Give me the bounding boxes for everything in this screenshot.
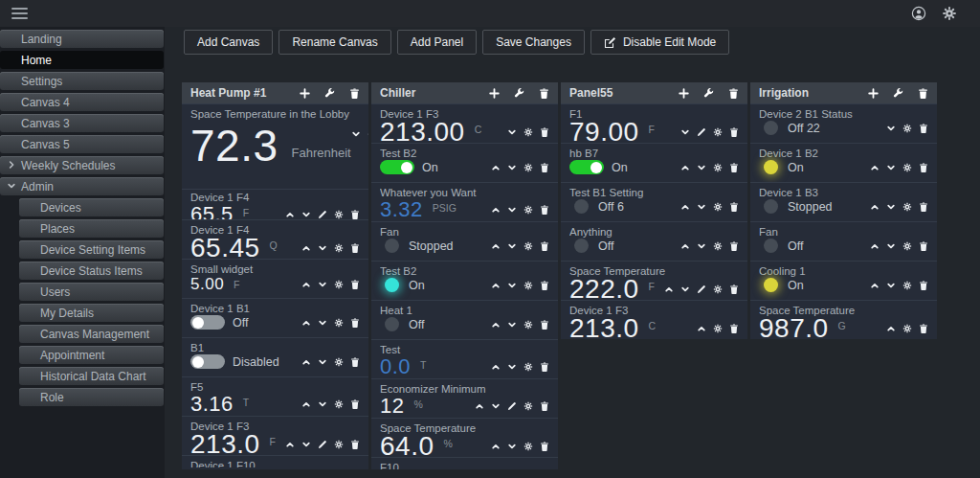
trash-icon[interactable] [350,318,360,328]
trash-icon[interactable] [540,442,549,451]
gear-icon[interactable] [713,127,723,137]
plus-icon[interactable] [679,88,689,99]
menu-icon[interactable] [11,8,28,19]
gear-icon[interactable] [334,280,344,289]
chevron-down-icon[interactable] [507,127,517,137]
gear-icon[interactable] [334,440,344,449]
chevron-up-icon[interactable] [491,241,501,251]
gear-icon[interactable] [523,127,533,137]
trash-icon[interactable] [539,88,549,99]
chevron-up-icon[interactable] [697,324,706,333]
gear-icon[interactable] [523,163,533,172]
chevron-down-icon[interactable] [886,241,896,251]
chevron-up-icon[interactable] [870,163,880,172]
chevron-down-icon[interactable] [318,357,327,367]
chevron-up-icon[interactable] [285,440,295,449]
chevron-down-icon[interactable] [318,243,327,253]
user-icon[interactable] [911,6,926,21]
chevron-up-icon[interactable] [680,163,690,172]
trash-icon[interactable] [729,163,739,172]
chevron-down-icon[interactable] [318,399,327,409]
sidebar-item-canvas-4[interactable]: Canvas 4 [0,93,164,111]
sidebar-item-users[interactable]: Users [19,283,164,301]
pencil-icon[interactable] [318,440,327,449]
chevron-down-icon[interactable] [886,163,896,172]
gear-icon[interactable] [334,357,344,367]
trash-icon[interactable] [540,362,549,372]
chevron-down-icon[interactable] [507,205,517,215]
chevron-down-icon[interactable] [680,285,690,294]
chevron-up-icon[interactable] [870,241,880,251]
trash-icon[interactable] [919,163,928,172]
sidebar-item-home[interactable]: Home [0,51,164,69]
chevron-down-icon[interactable] [886,281,896,290]
gear-icon[interactable] [523,320,533,330]
gear-icon[interactable] [942,6,957,21]
chevron-down-icon[interactable] [491,401,501,411]
chevron-down-icon[interactable] [507,281,517,290]
sidebar-item-device-status-items[interactable]: Device Status Items [19,262,164,280]
trash-icon[interactable] [350,210,360,219]
save-changes-button[interactable]: Save Changes [482,30,585,55]
gear-icon[interactable] [902,324,912,333]
trash-icon[interactable] [729,127,739,137]
sidebar-item-my-details[interactable]: My Details [19,304,164,322]
chevron-up-icon[interactable] [491,163,501,172]
chevron-down-icon[interactable] [318,280,327,289]
trash-icon[interactable] [540,281,549,290]
gear-icon[interactable] [902,241,912,251]
trash-icon[interactable] [919,124,928,133]
disable-edit-mode-button[interactable]: Disable Edit Mode [590,30,729,55]
trash-icon[interactable] [729,285,739,294]
gear-icon[interactable] [523,442,533,451]
trash-icon[interactable] [350,280,360,289]
chevron-up-icon[interactable] [491,281,501,290]
trash-icon[interactable] [729,324,739,333]
chevron-down-icon[interactable] [507,241,517,251]
add-panel-button[interactable]: Add Panel [397,30,477,55]
plus-icon[interactable] [868,88,879,99]
gear-icon[interactable] [334,243,344,253]
gear-icon[interactable] [523,205,533,215]
sidebar-item-admin[interactable]: Admin [0,177,164,195]
chevron-up-icon[interactable] [475,401,484,411]
sidebar-item-weekly-schedules[interactable]: Weekly Schedules [0,156,164,174]
add-canvas-button[interactable]: Add Canvas [184,30,273,55]
sidebar-item-places[interactable]: Places [19,219,164,238]
trash-icon[interactable] [349,88,360,99]
chevron-down-icon[interactable] [301,210,311,219]
gear-icon[interactable] [523,241,533,251]
gear-icon[interactable] [523,362,533,372]
chevron-down-icon[interactable] [507,163,517,172]
gear-icon[interactable] [713,324,723,333]
chevron-up-icon[interactable] [870,202,880,212]
sidebar-item-appointment[interactable]: Appointment [19,346,164,364]
trash-icon[interactable] [350,399,360,409]
chevron-up-icon[interactable] [491,205,501,215]
chevron-up-icon[interactable] [664,285,674,294]
sidebar-item-canvas-5[interactable]: Canvas 5 [0,135,164,153]
chevron-up-icon[interactable] [301,280,311,289]
chevron-up-icon[interactable] [491,362,501,372]
sidebar-item-canvas-management[interactable]: Canvas Management [19,325,164,343]
pencil-icon[interactable] [697,285,706,294]
wrench-icon[interactable] [893,88,903,99]
chevron-down-icon[interactable] [301,440,311,449]
wrench-icon[interactable] [324,88,335,99]
trash-icon[interactable] [540,205,549,215]
chevron-down-icon[interactable] [680,127,690,137]
chevron-up-icon[interactable] [301,357,311,367]
trash-icon[interactable] [919,202,928,212]
sidebar-item-canvas-3[interactable]: Canvas 3 [0,114,164,132]
gear-icon[interactable] [713,285,723,294]
rename-canvas-button[interactable]: Rename Canvas [278,30,390,55]
gear-icon[interactable] [334,210,344,219]
chevron-down-icon[interactable] [697,241,706,251]
chevron-up-icon[interactable] [491,320,501,330]
trash-icon[interactable] [919,241,928,251]
toggle-switch[interactable] [190,315,225,330]
gear-icon[interactable] [902,163,912,172]
gear-icon[interactable] [713,241,723,251]
wrench-icon[interactable] [703,88,714,99]
trash-icon[interactable] [350,440,360,449]
